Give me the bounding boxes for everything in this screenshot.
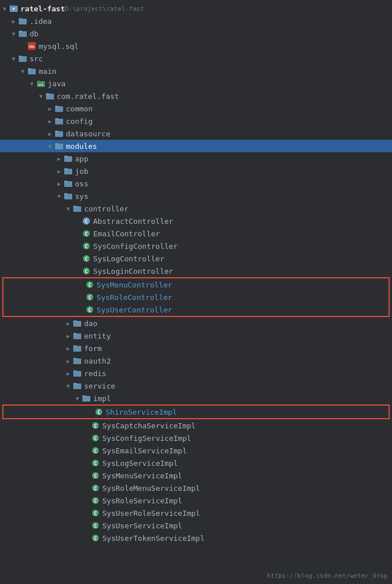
arrow-closed[interactable]	[45, 129, 55, 138]
folder-icon	[73, 331, 82, 340]
arrow-closed[interactable]	[55, 179, 64, 188]
svg-rect-17	[46, 93, 49, 95]
tree-item[interactable]: C SysUserServiceImpl	[0, 519, 392, 532]
arrow-open[interactable]	[27, 79, 36, 88]
tree-item[interactable]: C SysLoginController	[0, 265, 392, 277]
folder-icon	[73, 344, 82, 353]
arrow-closed[interactable]	[64, 369, 73, 378]
tree-item[interactable]: C SysMenuController	[3, 278, 389, 291]
item-label: modules	[66, 142, 97, 151]
item-label: datasource	[66, 130, 110, 138]
arrow-closed[interactable]	[55, 154, 64, 163]
folder-icon	[73, 204, 82, 213]
tree-item[interactable]: C SysUserRoleServiceImpl	[0, 507, 392, 519]
tree-item[interactable]: C SysEmailServiceImpl	[0, 444, 392, 457]
item-label: SysConfigController	[93, 242, 178, 251]
tree-item[interactable]: C SysConfigServiceImpl	[0, 432, 392, 444]
tree-item[interactable]: common	[0, 102, 392, 115]
svg-rect-33	[64, 193, 68, 195]
tree-item[interactable]: C SysUserController	[3, 303, 389, 316]
tree-item[interactable]: C EmailController	[0, 227, 392, 240]
tree-item[interactable]: entity	[0, 329, 392, 342]
item-label: EmailController	[93, 230, 160, 238]
tree-item[interactable]: C SysRoleController	[3, 291, 389, 303]
tree-item[interactable]: sys	[0, 190, 392, 202]
item-label: main	[39, 67, 56, 76]
item-label: ShiroServiceImpl	[106, 408, 177, 416]
svg-rect-31	[64, 181, 68, 182]
tree-item[interactable]: com.ratel.fast	[0, 90, 392, 102]
class-icon: C	[91, 433, 100, 443]
tree-item[interactable]: C SysCaptchaServiceImpl	[0, 419, 392, 432]
arrow-open[interactable]	[64, 381, 73, 390]
red-box-wrapper: C ShiroServiceImpl	[2, 404, 390, 419]
tree-item[interactable]: service	[0, 379, 392, 392]
arrow-closed[interactable]	[45, 104, 55, 113]
arrow-closed[interactable]	[9, 16, 18, 26]
tree-item[interactable]: oss	[0, 177, 392, 190]
tree-item[interactable]: C AbstractController	[0, 215, 392, 227]
tree-item[interactable]: oauth2	[0, 354, 392, 367]
folder-icon	[73, 369, 82, 378]
arrow-empty	[82, 496, 91, 505]
arrow-closed[interactable]	[45, 116, 55, 126]
tree-item[interactable]: C SysLogController	[0, 252, 392, 265]
tree-item[interactable]: dao	[0, 317, 392, 329]
arrow-empty	[82, 471, 91, 480]
arrow-open[interactable]	[18, 66, 27, 76]
folder-icon	[73, 319, 82, 328]
item-label: com.ratel.fast	[57, 92, 119, 101]
svg-rect-19	[55, 106, 59, 107]
arrow-empty	[82, 421, 91, 430]
arrow-open[interactable]	[9, 54, 18, 63]
folder-icon	[82, 394, 91, 403]
arrow-closed[interactable]	[64, 331, 73, 340]
class-icon: C	[85, 280, 94, 289]
tree-item[interactable]: C SysRoleMenuServiceImpl	[0, 482, 392, 494]
tree-item[interactable]: config	[0, 115, 392, 127]
tree-item[interactable]: src java	[0, 77, 392, 90]
tree-item[interactable]: SQL mysql.sql	[0, 40, 392, 52]
arrow-closed[interactable]	[64, 319, 73, 328]
tree-item[interactable]: impl	[0, 392, 392, 404]
tree-item[interactable]: C SysLogServiceImpl	[0, 457, 392, 469]
tree-item[interactable]: src	[0, 52, 392, 65]
tree-item[interactable]: C SysMenuServiceImpl	[0, 469, 392, 482]
tree-item[interactable]: datasource	[0, 127, 392, 140]
tree-item[interactable]: app	[0, 152, 392, 165]
tree-item[interactable]: form	[0, 342, 392, 354]
item-label: SysLoginController	[93, 267, 173, 276]
tree-item[interactable]: modules	[0, 140, 392, 152]
tree-item[interactable]: C SysUserTokenServiceImpl	[0, 532, 392, 544]
arrow-open[interactable]	[0, 4, 9, 13]
arrow-empty	[73, 216, 82, 226]
tree-item[interactable]: P ratel-fast D:\project\ratel-fast	[0, 2, 392, 15]
arrow-closed[interactable]	[64, 344, 73, 353]
tree-item[interactable]: redis	[0, 367, 392, 379]
arrow-open[interactable]	[55, 191, 64, 201]
arrow-open[interactable]	[36, 91, 45, 101]
arrow-closed[interactable]	[55, 166, 64, 176]
svg-text:C: C	[85, 219, 87, 224]
tree-item[interactable]: C ShiroServiceImpl	[3, 406, 389, 418]
tree-item[interactable]: main	[0, 65, 392, 77]
arrow-open[interactable]	[9, 29, 18, 38]
tree-item[interactable]: db	[0, 27, 392, 40]
arrow-open[interactable]	[73, 394, 82, 403]
svg-rect-55	[73, 333, 77, 335]
project-name: ratel-fast	[20, 5, 65, 13]
class-icon: C	[91, 521, 100, 530]
tree-item[interactable]: controller	[0, 202, 392, 215]
tree-item[interactable]: .idea	[0, 15, 392, 27]
tree-item[interactable]: C SysConfigController	[0, 240, 392, 252]
arrow-open[interactable]	[64, 204, 73, 213]
tree-item[interactable]: C SysRoleServiceImpl	[0, 494, 392, 507]
arrow-closed[interactable]	[64, 356, 73, 365]
arrow-empty	[73, 266, 82, 276]
item-label: db	[30, 30, 39, 38]
svg-text:C: C	[94, 423, 97, 429]
tree-item[interactable]: job	[0, 165, 392, 177]
arrow-open[interactable]	[45, 141, 55, 151]
svg-text:C: C	[85, 231, 87, 237]
arrow-empty	[82, 433, 91, 443]
